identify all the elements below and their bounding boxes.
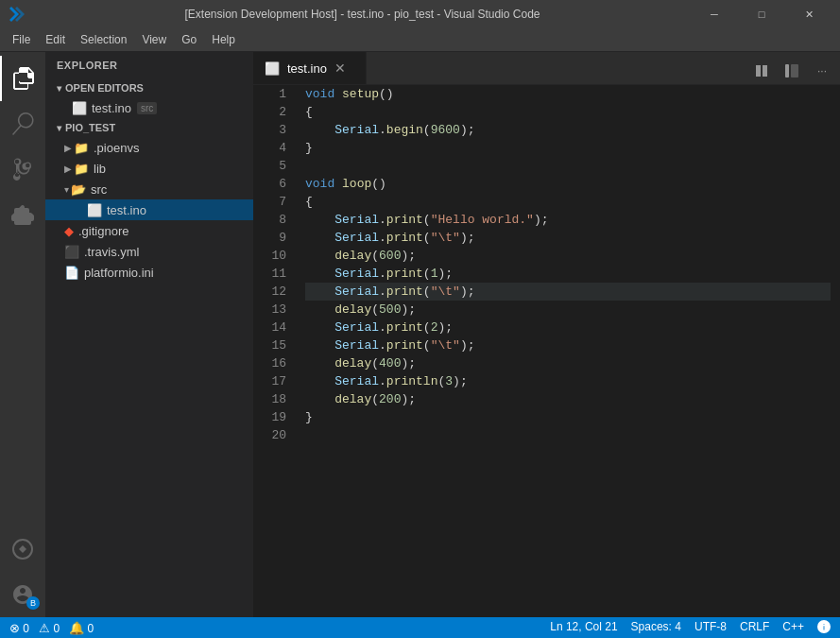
pio-test-header[interactable]: ▾ PIO_TEST	[45, 118, 253, 137]
code-token: Serial	[334, 319, 379, 336]
status-feedback[interactable]	[817, 620, 831, 636]
activity-platformio[interactable]	[0, 526, 45, 572]
status-errors[interactable]: ⊗ 0	[9, 621, 29, 635]
file-travis-name: .travis.yml	[84, 245, 140, 259]
line-number: 18	[253, 390, 286, 408]
menu-go[interactable]: Go	[174, 30, 204, 49]
activity-source-control[interactable]	[0, 147, 45, 192]
menu-selection[interactable]: Selection	[73, 30, 134, 49]
line-number: 1	[253, 85, 286, 103]
file-test-ino-name: test.ino	[107, 203, 146, 217]
activity-extensions[interactable]	[0, 192, 45, 237]
code-token: loop	[342, 175, 371, 193]
code-token: );	[437, 265, 453, 283]
window-controls: ─ □ ✕	[693, 0, 831, 28]
code-token: print	[386, 265, 423, 283]
statusbar-right: Ln 12, Col 21 Spaces: 4 UTF-8 CRLF C++	[550, 620, 831, 636]
tab-close-icon[interactable]: ✕	[334, 60, 346, 76]
split-editor-button[interactable]	[748, 58, 775, 84]
open-editor-test-ino[interactable]: ⬜ test.ino src	[45, 97, 253, 118]
code-token: "\t"	[431, 229, 460, 247]
yml-icon: ⬛	[64, 245, 79, 259]
code-token: Serial	[334, 283, 379, 301]
src-arrow: ▾	[64, 184, 69, 195]
line-number: 4	[253, 139, 286, 157]
code-token: delay	[334, 247, 371, 265]
activity-explorer[interactable]	[0, 56, 45, 101]
toggle-sidebar-button[interactable]	[779, 58, 805, 84]
code-token: (	[423, 319, 431, 336]
open-editors-header[interactable]: ▾ Open Editors	[45, 78, 253, 97]
close-button[interactable]: ✕	[787, 0, 831, 28]
status-line-endings[interactable]: CRLF	[740, 620, 769, 636]
code-line: {	[305, 193, 831, 211]
more-actions-button[interactable]: ···	[809, 58, 835, 84]
line-number: 10	[253, 247, 286, 265]
code-area[interactable]: void setup(){ Serial.begin(9600);} void …	[296, 85, 840, 617]
code-token: );	[401, 390, 416, 408]
file-test-ino[interactable]: ⬜ test.ino	[45, 199, 253, 220]
code-token: Serial	[334, 229, 379, 247]
code-token: print	[386, 283, 423, 301]
code-token: Serial	[334, 211, 379, 229]
code-token: .	[379, 121, 386, 139]
menu-edit[interactable]: Edit	[38, 30, 73, 49]
code-token: Serial	[334, 265, 379, 283]
code-token: print	[386, 319, 423, 336]
folder-src[interactable]: ▾ 📂 src	[45, 179, 253, 199]
activity-search[interactable]	[0, 101, 45, 147]
code-token: "\t"	[431, 336, 460, 354]
status-info[interactable]: 🔔 0	[69, 621, 94, 635]
code-token: .	[379, 336, 386, 354]
code-token	[305, 319, 334, 336]
editor-tabs: ⬜ test.ino ✕ ···	[253, 52, 840, 85]
minimize-button[interactable]: ─	[693, 0, 736, 28]
code-token: );	[460, 229, 475, 247]
code-token: (	[423, 336, 431, 354]
code-token: print	[386, 229, 423, 247]
code-line: Serial.begin(9600);	[305, 121, 831, 139]
code-line: delay(500);	[305, 301, 831, 319]
line-numbers: 1234567891011121314151617181920	[253, 85, 296, 617]
activity-account[interactable]: B	[0, 572, 45, 617]
file-travis-yml[interactable]: ⬛ .travis.yml	[45, 241, 253, 262]
tab-test-ino[interactable]: ⬜ test.ino ✕	[253, 52, 367, 84]
maximize-button[interactable]: □	[740, 0, 783, 28]
folder-pioenvs[interactable]: ▶ 📁 .pioenvs	[45, 137, 253, 158]
pio-test-arrow: ▾	[57, 123, 61, 133]
menu-view[interactable]: View	[134, 30, 174, 49]
code-token	[334, 175, 342, 193]
status-language[interactable]: C++	[782, 620, 804, 636]
code-token: delay	[334, 301, 371, 319]
status-encoding[interactable]: UTF-8	[694, 620, 727, 636]
code-token: 2	[431, 319, 438, 336]
line-number: 3	[253, 121, 286, 139]
file-platformio-ini[interactable]: 📄 platformio.ini	[45, 262, 253, 283]
menu-help[interactable]: Help	[204, 30, 243, 49]
line-number: 9	[253, 229, 286, 247]
code-line: {	[305, 103, 831, 121]
code-token: );	[460, 336, 475, 354]
code-token: }	[305, 408, 313, 426]
code-token: );	[453, 372, 468, 390]
code-token: (	[371, 354, 379, 372]
code-token: (	[371, 390, 379, 408]
code-token: .	[379, 372, 386, 390]
menu-file[interactable]: File	[5, 30, 38, 49]
code-editor[interactable]: 1234567891011121314151617181920 void set…	[253, 85, 840, 617]
file-gitignore[interactable]: ◆ .gitignore	[45, 220, 253, 241]
code-token: (	[423, 229, 431, 247]
git-icon: ◆	[64, 224, 74, 238]
code-token: ()	[371, 175, 386, 193]
warning-count: 0	[53, 622, 60, 635]
pio-test-label: PIO_TEST	[65, 122, 115, 133]
status-spaces[interactable]: Spaces: 4	[631, 620, 681, 636]
status-warnings[interactable]: ⚠ 0	[39, 621, 60, 635]
code-token: void	[305, 85, 334, 103]
status-position[interactable]: Ln 12, Col 21	[550, 620, 617, 636]
folder-lib[interactable]: ▶ 📁 lib	[45, 158, 253, 179]
code-token	[305, 229, 334, 247]
code-token	[305, 336, 334, 354]
code-token: 600	[379, 247, 401, 265]
error-count: 0	[23, 622, 29, 635]
